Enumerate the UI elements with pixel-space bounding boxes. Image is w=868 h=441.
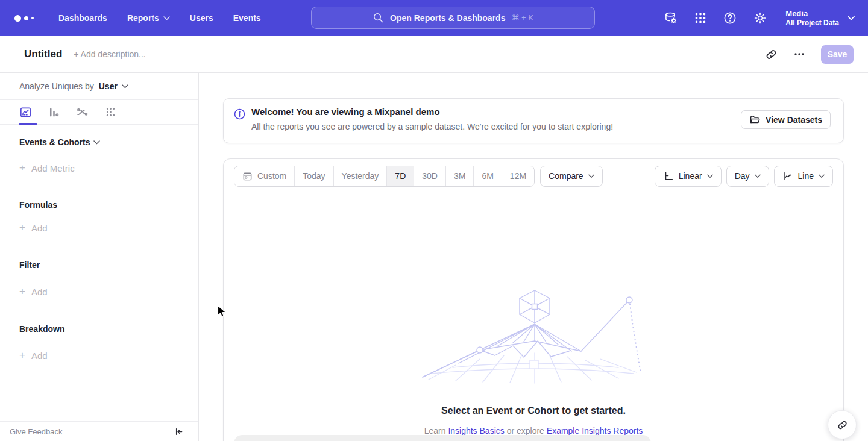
learn-prefix: Learn [424,426,446,436]
add-breakdown-button[interactable]: + Add [0,349,198,361]
analyze-uniques-row: Analyze Uniques by User [0,73,198,100]
nav-events[interactable]: Events [233,13,261,23]
nav-reports[interactable]: Reports [127,13,170,23]
banner-title: Welcome! You are viewing a Mixpanel demo [251,107,440,117]
sidebar-footer: Give Feedback [0,421,198,441]
scale-label: Linear [679,171,702,181]
view-datasets-button[interactable]: View Datasets [741,110,831,129]
chevron-down-icon [122,84,128,89]
chevron-down-icon [707,174,713,178]
tab-metrics-grid[interactable] [104,106,117,119]
range-12m-label: 12M [510,171,526,181]
example-reports-link[interactable]: Example Insights Reports [547,426,643,436]
insights-basics-link[interactable]: Insights Basics [448,426,504,436]
nav-users-label: Users [190,13,213,23]
query-builder-sidebar: Analyze Uniques by User Events & Cohorts [0,73,199,441]
info-icon [233,108,246,123]
nav-events-label: Events [233,13,261,23]
settings-gear-icon[interactable] [753,11,767,25]
linear-axis-icon [663,170,674,181]
filter-section: Filter [0,260,198,270]
chevron-down-icon [93,140,100,145]
range-custom-button[interactable]: Custom [234,166,295,186]
filter-label: Filter [19,260,40,270]
collapse-sidebar-icon[interactable] [174,427,184,437]
banner-subtitle: All the reports you see are powered by a… [251,122,613,131]
next-section-peek [234,435,651,441]
range-3m-button[interactable]: 3M [446,166,474,186]
formulas-label: Formulas [19,200,57,210]
search-shortcut: ⌘ + K [511,13,533,22]
range-12m-button[interactable]: 12M [502,166,534,186]
nav-users[interactable]: Users [190,13,213,23]
selected-tab-indicator [19,123,37,125]
add-description-field[interactable]: + Add description... [74,49,145,59]
save-button[interactable]: Save [821,45,854,64]
give-feedback-link[interactable]: Give Feedback [10,427,62,436]
chart-type-label: Line [798,171,814,181]
date-range-segmented-control: Custom Today Yesterday 7D 30D 3M 6M 12M [234,166,535,187]
add-metric-button[interactable]: + Add Metric [0,162,198,174]
share-link-fab[interactable] [828,410,857,439]
report-title[interactable]: Untitled [24,48,62,60]
mixpanel-logo-icon[interactable] [14,15,39,22]
tab-bar-chart[interactable] [48,106,60,119]
apps-grid-icon[interactable] [694,11,707,25]
empty-state: Select an Event or Cohort to get started… [224,193,843,441]
search-placeholder: Open Reports & Dashboards [390,13,505,23]
add-filter-button[interactable]: + Add [0,286,198,298]
chart-type-tabs [0,100,198,125]
chevron-down-icon [848,16,855,20]
analyze-label: Analyze Uniques by [19,81,94,91]
range-today-button[interactable]: Today [295,166,333,186]
add-metric-label: Add Metric [31,163,75,174]
project-selector[interactable]: Media All Project Data [785,8,855,28]
chart-type-dropdown[interactable]: Line [774,166,833,187]
events-cohorts-section[interactable]: Events & Cohorts [0,137,198,147]
middle-text: or explore [507,426,544,436]
mixpanel-insights-page: Dashboards Reports Users Events Open Rep… [0,0,868,441]
scale-dropdown[interactable]: Linear [655,166,722,187]
global-search-input[interactable]: Open Reports & Dashboards ⌘ + K [311,7,595,29]
view-datasets-label: View Datasets [766,115,822,125]
chevron-down-icon [588,174,594,178]
compare-dropdown[interactable]: Compare [540,166,603,187]
tab-flow-sankey[interactable] [76,106,89,119]
empty-state-subtext: Learn Insights Basics or explore Example… [224,426,843,436]
add-breakdown-label: Add [31,351,48,361]
events-cohorts-label: Events & Cohorts [19,137,90,147]
more-options-icon[interactable] [793,48,805,60]
nav-dashboards[interactable]: Dashboards [58,13,107,23]
range-6m-button[interactable]: 6M [474,166,502,186]
help-icon[interactable] [723,11,737,25]
range-30d-button[interactable]: 30D [414,166,446,186]
plus-icon: + [19,286,25,298]
empty-state-title: Select an Event or Cohort to get started… [224,405,843,416]
copy-link-icon[interactable] [765,48,778,61]
plus-icon: + [19,349,25,361]
link-icon [837,419,848,431]
report-header-bar: Untitled + Add description... Save [0,36,868,73]
project-scope: All Project Data [785,19,839,28]
range-6m-label: 6M [482,171,493,181]
chevron-down-icon [755,174,761,178]
calendar-icon [242,171,253,181]
empty-state-illustration [420,288,649,384]
data-management-icon[interactable] [663,11,678,26]
plus-icon: + [19,222,25,234]
nav-reports-label: Reports [127,13,159,23]
add-formula-button[interactable]: + Add [0,222,198,234]
search-icon [373,12,384,23]
range-yesterday-label: Yesterday [342,171,379,181]
range-7d-label: 7D [395,171,406,181]
range-yesterday-button[interactable]: Yesterday [334,166,388,186]
range-today-label: Today [303,171,325,181]
range-7d-button[interactable]: 7D [387,166,414,186]
range-30d-label: 30D [422,171,438,181]
breakdown-section: Breakdown [0,324,198,334]
chevron-down-icon [163,16,170,20]
interval-dropdown[interactable]: Day [726,166,769,187]
add-filter-label: Add [31,287,48,297]
analyze-value-dropdown[interactable]: User [99,81,118,91]
tab-insights-line[interactable] [19,106,32,119]
